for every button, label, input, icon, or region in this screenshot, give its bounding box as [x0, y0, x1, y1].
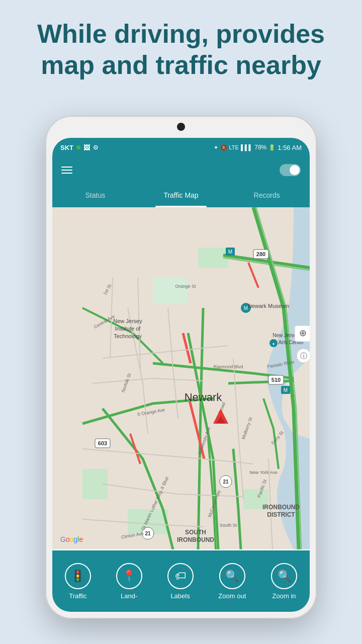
traffic-label: Traffic: [69, 592, 86, 600]
tab-status[interactable]: Status: [52, 183, 138, 207]
svg-text:⊕: ⊕: [299, 328, 307, 338]
nav-item-labels[interactable]: 🏷 Labels: [167, 563, 194, 600]
traffic-map[interactable]: 280 510 603 21 21 M M: [52, 207, 310, 549]
svg-text:South St: South St: [220, 523, 237, 528]
nav-item-zoom-in[interactable]: 🔍 Zoom in: [271, 563, 297, 600]
svg-text:New Jersey: New Jersey: [113, 318, 142, 324]
svg-text:♦: ♦: [273, 342, 275, 346]
nav-item-traffic[interactable]: 🚦 Traffic: [65, 563, 91, 600]
header-title: While driving, provides map and traffic …: [20, 18, 342, 81]
svg-text:21: 21: [223, 479, 229, 485]
zoom-out-icon: 🔍: [219, 563, 245, 589]
svg-text:DISTRICT: DISTRICT: [267, 511, 295, 518]
status-icons: ✦ 🔕 LTE ▌▌▌ 78% 🔋 1:56 AM: [214, 144, 302, 151]
lte-label: LTE: [229, 144, 239, 150]
traffic-icon: 🚦: [65, 563, 91, 589]
phone-frame: SKT 🖼 ⊙ ✦ 🔕 LTE ▌▌▌ 78% 🔋 1:56 AM: [45, 116, 317, 619]
svg-text:SOUTH: SOUTH: [185, 529, 206, 536]
menu-button[interactable]: [61, 167, 72, 174]
hamburger-line3: [61, 173, 72, 174]
app-header: While driving, provides map and traffic …: [0, 0, 362, 91]
landmark-label: Land-: [121, 592, 137, 600]
zoom-in-icon: 🔍: [271, 563, 297, 589]
toggle-switch[interactable]: [280, 164, 301, 176]
google-logo: Google: [60, 535, 83, 543]
svg-text:280: 280: [256, 251, 265, 257]
svg-text:ⓘ: ⓘ: [300, 352, 307, 360]
labels-icon: 🏷: [167, 563, 194, 589]
svg-text:Raymond Blvd: Raymond Blvd: [214, 364, 243, 369]
mute-icon: 🔕: [220, 144, 227, 151]
photo-icon: ⊙: [93, 144, 98, 151]
battery-icon: 🔋: [268, 144, 276, 151]
map-svg: 280 510 603 21 21 M M: [52, 207, 310, 549]
bottom-nav: 🚦 Traffic 📍 Land- 🏷 Labels 🔍 Zoom out 🔍 …: [52, 550, 310, 612]
camera-notch: [177, 123, 185, 131]
status-bar: SKT 🖼 ⊙ ✦ 🔕 LTE ▌▌▌ 78% 🔋 1:56 AM: [52, 138, 310, 157]
labels-label: Labels: [170, 592, 190, 600]
svg-text:Institute of: Institute of: [115, 326, 141, 332]
battery-label: 78%: [254, 144, 266, 151]
carrier-dot: [76, 145, 80, 149]
app-bar: [52, 157, 310, 183]
svg-text:21: 21: [145, 531, 151, 536]
svg-text:Newark: Newark: [185, 391, 223, 404]
signal-bars-icon: ▌▌▌: [241, 144, 252, 150]
landmark-icon: 📍: [116, 563, 142, 589]
bluetooth-icon: ✦: [214, 144, 218, 151]
svg-text:IRONBOUND: IRONBOUND: [262, 504, 300, 511]
signal-icon: 🖼: [83, 144, 90, 151]
zoom-in-label: Zoom in: [273, 592, 296, 600]
nav-item-landmark[interactable]: 📍 Land-: [116, 563, 142, 600]
svg-text:Orange St: Orange St: [175, 284, 196, 289]
clock-label: 1:56 AM: [278, 144, 302, 151]
tab-traffic-map[interactable]: Traffic Map: [138, 183, 224, 207]
nav-item-zoom-out[interactable]: 🔍 Zoom out: [218, 563, 246, 600]
svg-text:510: 510: [272, 377, 281, 383]
svg-rect-5: [153, 278, 188, 303]
status-left: SKT 🖼 ⊙: [60, 144, 98, 151]
zoom-out-label: Zoom out: [218, 592, 246, 600]
hamburger-line1: [61, 167, 72, 168]
phone-screen: SKT 🖼 ⊙ ✦ 🔕 LTE ▌▌▌ 78% 🔋 1:56 AM: [52, 138, 310, 612]
svg-text:IRONBOUND: IRONBOUND: [177, 536, 214, 543]
hamburger-line2: [61, 170, 72, 171]
svg-text:Newark Museum: Newark Museum: [248, 303, 290, 309]
svg-text:M: M: [228, 249, 232, 255]
svg-text:New York Ave: New York Ave: [249, 470, 277, 475]
tabs-bar: Status Traffic Map Records: [52, 183, 310, 207]
svg-text:M: M: [284, 387, 288, 393]
carrier-label: SKT: [60, 144, 73, 151]
tab-records[interactable]: Records: [224, 183, 310, 207]
svg-text:Technology: Technology: [114, 333, 142, 339]
svg-text:603: 603: [98, 440, 107, 446]
